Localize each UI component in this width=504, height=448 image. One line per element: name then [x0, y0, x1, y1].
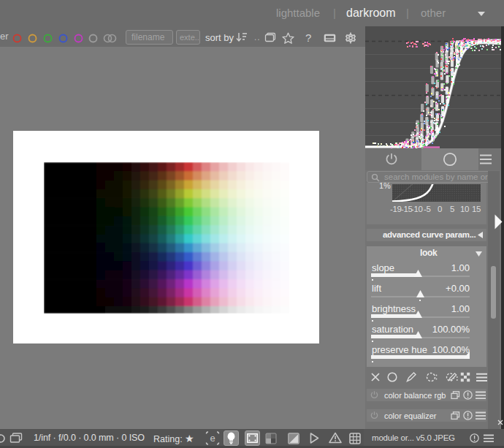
- svg-text:e: e: [210, 433, 215, 444]
